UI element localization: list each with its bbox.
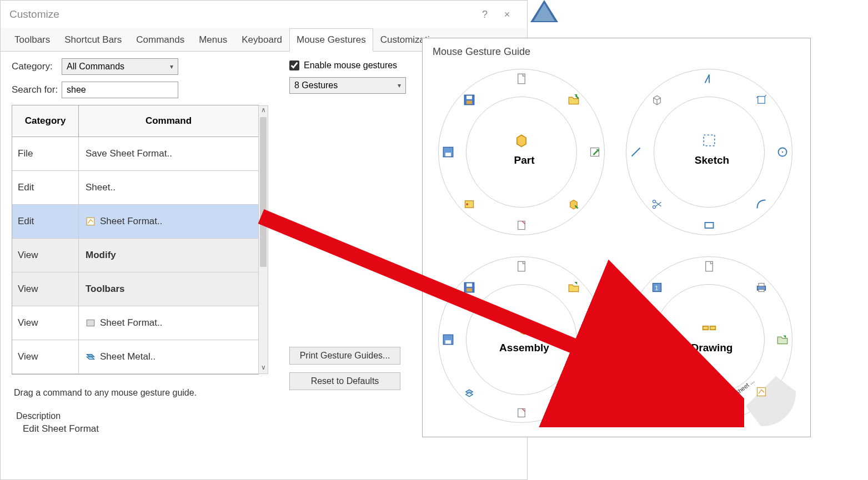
open-icon[interactable]	[566, 92, 581, 108]
header-category[interactable]: Category	[12, 105, 79, 137]
table-row[interactable]: View Sheet Metal..	[12, 340, 258, 374]
print-guides-button[interactable]: Print Gesture Guides...	[289, 347, 400, 365]
tab-menus[interactable]: Menus	[192, 28, 234, 51]
svg-point-22	[653, 200, 656, 203]
action-buttons: Print Gesture Guides... Reset to Default…	[289, 347, 423, 390]
svg-rect-34	[703, 326, 709, 330]
drag-hint: Drag a command to any mouse gesture guid…	[12, 388, 267, 398]
svg-rect-40	[759, 284, 764, 286]
dialog-title: Customize	[9, 8, 474, 21]
wheel-assembly[interactable]: Assembly	[433, 251, 616, 434]
svg-text:1: 1	[655, 285, 658, 291]
circle-icon[interactable]	[775, 144, 790, 160]
svg-point-14	[466, 203, 468, 205]
cell-command: Sheet..	[79, 171, 258, 204]
save-icon[interactable]	[461, 280, 477, 295]
svg-point-21	[653, 206, 656, 209]
rectangle-icon[interactable]	[701, 218, 717, 233]
cell-command: Sheet Format..	[79, 205, 258, 238]
category-label: Category:	[12, 61, 62, 72]
new-file-icon[interactable]	[514, 71, 529, 87]
line-perpendicular-icon[interactable]	[701, 71, 717, 87]
tab-toolbars[interactable]: Toolbars	[7, 28, 57, 51]
save-disk-icon[interactable]	[440, 144, 456, 160]
features-icon[interactable]	[461, 196, 477, 212]
category-row: Category: All Commands ▾	[12, 58, 267, 75]
sheet-metal-icon	[86, 352, 96, 362]
sheet-icon[interactable]	[514, 218, 529, 233]
reset-defaults-button[interactable]: Reset to Defaults	[289, 372, 400, 390]
wheel-drawing[interactable]: Drawing 1 Save Sheet ...	[620, 251, 804, 434]
svg-rect-41	[759, 290, 764, 292]
enable-gestures-checkbox[interactable]	[289, 60, 299, 70]
enable-gestures-row[interactable]: Enable mouse gestures	[289, 60, 423, 70]
export-icon[interactable]	[587, 144, 603, 160]
wheel-part[interactable]: Part	[433, 63, 616, 246]
cube-icon[interactable]	[649, 92, 665, 108]
sheet-format-drop-icon[interactable]	[754, 384, 769, 400]
plane-icon[interactable]	[754, 92, 769, 108]
scroll-thumb[interactable]	[260, 117, 267, 267]
cell-command: Sheet Metal..	[79, 340, 258, 373]
close-button[interactable]: ×	[496, 9, 518, 21]
export-icon[interactable]	[775, 332, 790, 347]
tab-keyboard[interactable]: Keyboard	[234, 28, 289, 51]
save-disk-icon[interactable]	[440, 332, 456, 347]
table-row[interactable]: File Save Sheet Format..	[12, 137, 258, 171]
wheel-sketch[interactable]: Sketch	[620, 63, 804, 246]
svg-rect-4	[518, 74, 525, 84]
svg-rect-23	[705, 223, 714, 228]
category-dropdown[interactable]: All Commands ▾	[62, 58, 178, 75]
print-icon[interactable]	[754, 280, 769, 295]
search-label: Search for:	[12, 84, 62, 95]
gesture-count-dropdown[interactable]: 8 Gestures ▾	[289, 77, 406, 94]
search-input[interactable]	[62, 82, 178, 98]
category-value: All Commands	[67, 62, 124, 72]
table-row-group[interactable]: View Modify	[12, 239, 258, 272]
table-row-group[interactable]: View Toolbars	[12, 272, 258, 306]
gesture-guide-panel: Mouse Gesture Guide Part Sketch	[422, 38, 811, 437]
table-scrollbar[interactable]: ∧ ∨	[258, 105, 268, 374]
part-box-icon[interactable]	[566, 196, 581, 212]
svg-rect-35	[710, 326, 716, 330]
tab-mouse-gestures[interactable]: Mouse Gestures	[289, 28, 373, 52]
svg-rect-7	[466, 100, 472, 104]
svg-rect-45	[757, 388, 766, 396]
sheet-icon[interactable]	[514, 405, 529, 421]
svg-rect-24	[518, 261, 525, 271]
save-disk-icon[interactable]	[628, 332, 644, 347]
save-icon[interactable]	[461, 92, 477, 108]
new-file-icon[interactable]	[514, 259, 529, 274]
scroll-up-icon[interactable]: ∧	[259, 106, 268, 116]
svg-marker-28	[574, 282, 577, 285]
svg-rect-26	[466, 284, 472, 287]
cell-category: File	[12, 137, 79, 170]
svg-line-18	[632, 148, 640, 156]
table-row-selected[interactable]: Edit Sheet Format..	[12, 205, 258, 239]
commands-table: Category Command File Save Sheet Format.…	[12, 105, 259, 375]
arc-icon[interactable]	[754, 196, 769, 212]
header-command[interactable]: Command	[79, 105, 258, 137]
mate-icon[interactable]	[566, 384, 581, 400]
sheet-format-icon	[86, 216, 96, 226]
table-row[interactable]: Edit Sheet..	[12, 171, 258, 205]
tab-shortcut-bars[interactable]: Shortcut Bars	[57, 28, 129, 51]
dimension-icon[interactable]: 1	[649, 280, 665, 295]
help-button[interactable]: ?	[474, 9, 496, 21]
scroll-down-icon[interactable]: ∨	[259, 363, 268, 373]
part-center-icon	[514, 133, 529, 148]
cell-category: View	[12, 340, 79, 373]
explode-icon[interactable]	[461, 384, 477, 400]
cell-command: Sheet Format..	[79, 306, 258, 340]
tab-commands[interactable]: Commands	[129, 28, 192, 51]
new-file-icon[interactable]	[701, 259, 717, 274]
sheet-icon[interactable]	[701, 405, 717, 421]
sheet-gray-icon	[86, 318, 96, 328]
open-icon[interactable]	[566, 280, 581, 295]
table-row[interactable]: View Sheet Format..	[12, 306, 258, 340]
svg-rect-11	[591, 148, 599, 156]
line-icon[interactable]	[628, 144, 644, 160]
svg-rect-16	[704, 135, 715, 146]
svg-rect-10	[445, 153, 451, 156]
trim-scissors-icon[interactable]	[649, 196, 665, 212]
